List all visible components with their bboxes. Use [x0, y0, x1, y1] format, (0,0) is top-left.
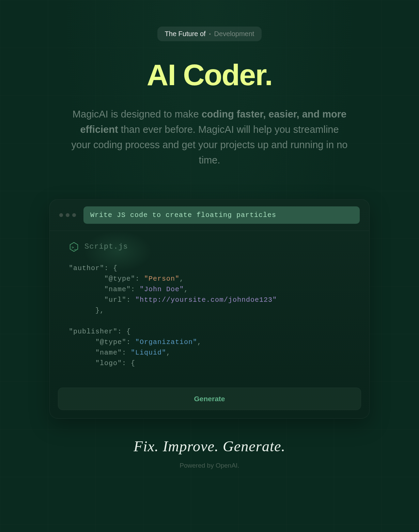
powered-by-text: Powered by OpenAI. [180, 462, 239, 469]
hero-title: AI Coder. [147, 58, 272, 92]
svg-text:>_: >_ [72, 245, 76, 249]
code-window: Write JS code to create floating particl… [49, 199, 370, 419]
code-value: "Organization" [135, 338, 197, 346]
hero-description: MagicAI is designed to make coding faste… [70, 107, 349, 168]
code-key: "name" [95, 349, 122, 357]
traffic-light-red[interactable] [59, 213, 63, 217]
code-key: "author" [69, 264, 104, 272]
file-header: >_ Script.js [69, 242, 350, 252]
traffic-light-yellow[interactable] [66, 213, 69, 217]
badge-secondary-text: Development [214, 30, 254, 38]
code-key: "@type" [95, 338, 126, 346]
code-key: "publisher" [69, 328, 118, 335]
tagline: Fix. Improve. Generate. [134, 438, 285, 455]
hero-desc-pre: MagicAI is designed to make [73, 109, 202, 120]
code-key: "logo" [95, 359, 122, 367]
code-value: "http://yoursite.com/johndoe123" [135, 296, 277, 304]
window-header: Write JS code to create floating particl… [50, 200, 369, 231]
code-body: >_ Script.js "author": { "@type": "Perso… [50, 231, 369, 377]
code-content: "author": { "@type": "Person", "name": "… [69, 263, 350, 369]
badge-separator-dot: • [209, 31, 211, 37]
filename-label: Script.js [84, 242, 128, 251]
pill-badge: The Future of • Development [157, 27, 262, 41]
code-key: "@type" [104, 275, 135, 283]
code-value: "Person" [144, 275, 180, 283]
code-key: "name" [104, 285, 131, 293]
terminal-hex-icon: >_ [69, 242, 79, 252]
prompt-input[interactable]: Write JS code to create floating particl… [83, 206, 360, 224]
code-value: "Liquid" [131, 349, 166, 357]
code-value: "John Doe" [140, 285, 184, 293]
generate-button[interactable]: Generate [58, 388, 361, 410]
traffic-light-green[interactable] [72, 213, 76, 217]
code-key: "url" [104, 296, 126, 304]
badge-primary-text: The Future of [165, 30, 206, 38]
traffic-lights [59, 213, 76, 217]
